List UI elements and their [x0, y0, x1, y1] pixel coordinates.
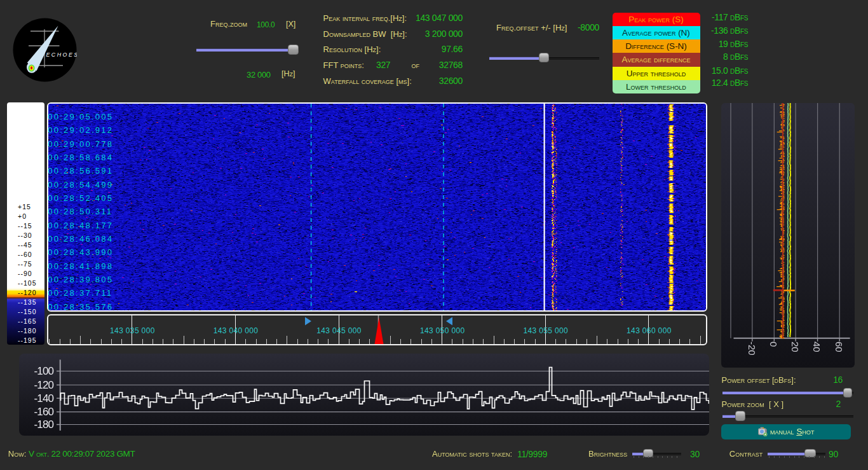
svg-text:ECHOES: ECHOES — [46, 52, 78, 58]
